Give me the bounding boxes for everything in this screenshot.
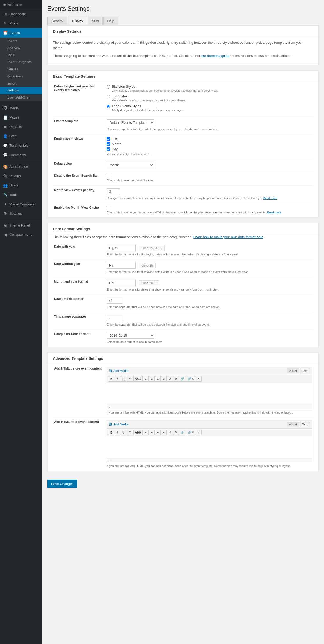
tab-text-before[interactable]: Text (300, 368, 310, 373)
radio-skeleton-input[interactable] (107, 85, 110, 89)
sidebar-item-tags[interactable]: Tags (0, 52, 42, 59)
date-with-year-input[interactable] (107, 245, 136, 251)
unlink-btn-after[interactable]: 🔗✕ (186, 430, 195, 435)
tab-help[interactable]: Help (103, 17, 118, 25)
tab-apis[interactable]: APIs (88, 17, 103, 25)
sidebar-item-visual-composer[interactable]: ✦ Visual Composer (0, 200, 42, 209)
italic-btn-after[interactable]: I (115, 430, 120, 435)
add-media-before-btn[interactable]: 🖼 Add Media (109, 369, 128, 373)
sidebar-item-plugins[interactable]: 🔌 Plugins (0, 171, 42, 181)
date-without-year-preview: June 25 (139, 263, 156, 268)
sidebar-item-comments[interactable]: 💬 Comments (0, 150, 42, 160)
sidebar-item-event-addons[interactable]: Event Add-Ons (0, 94, 42, 101)
blockquote-btn-before[interactable]: ❝❞ (127, 376, 133, 382)
events-template-row: Events template Default Events Template … (53, 117, 313, 134)
sidebar-item-import[interactable]: Import (0, 80, 42, 87)
tab-visual-before[interactable]: Visual (287, 368, 299, 373)
sidebar-brand[interactable]: ◉ WP Engine (0, 0, 42, 9)
underline-btn-after[interactable]: U (121, 430, 126, 435)
date-without-year-input[interactable] (107, 262, 136, 269)
align-left-btn-before[interactable]: ≡ (155, 376, 161, 382)
redo-btn-after[interactable]: ↻ (173, 430, 179, 435)
events-template-select[interactable]: Default Events Template (107, 119, 154, 126)
sidebar-item-event-categories[interactable]: Event Categories (0, 59, 42, 66)
fullscreen-btn-after[interactable]: ✕ (196, 430, 202, 435)
sidebar-item-events-list[interactable]: Events (0, 38, 42, 45)
strikethrough-btn-before[interactable]: ABC (133, 376, 143, 382)
add-media-after-btn[interactable]: 🖼 Add Media (109, 422, 128, 426)
align-right-btn-before[interactable]: ≡ (161, 376, 167, 382)
display-settings-section: Display Settings The settings below cont… (47, 25, 319, 65)
events-submenu: Events Add New Tags Event Categories Ven… (0, 38, 42, 101)
sidebar-divider-3 (0, 219, 42, 220)
sidebar-item-appearance[interactable]: 🎨 Appearance (0, 162, 42, 172)
sidebar-item-tools[interactable]: 🔧 Tools (0, 190, 42, 200)
date-format-link[interactable]: Learn how to make your own date format h… (193, 235, 263, 239)
strikethrough-btn-after[interactable]: ABC (133, 430, 143, 435)
align-right-btn-after[interactable]: ≡ (161, 430, 167, 435)
sidebar-item-dashboard[interactable]: ⊞ Dashboard (0, 9, 42, 19)
blockquote-btn-after[interactable]: ❝❞ (127, 430, 133, 435)
tab-general[interactable]: General (47, 17, 67, 25)
sidebar-item-venues[interactable]: Venues (0, 66, 42, 73)
media-icon: 🖼 (3, 106, 7, 111)
sidebar-item-settings[interactable]: Settings (0, 87, 42, 94)
time-range-input[interactable] (107, 315, 122, 321)
view-month-checkbox[interactable] (107, 142, 110, 146)
tab-display[interactable]: Display (68, 17, 87, 25)
month-year-input[interactable] (107, 280, 136, 286)
tab-visual-after[interactable]: Visual (287, 422, 299, 427)
sidebar-item-portfolio[interactable]: ◼ Portfolio (0, 122, 42, 132)
link-btn-after[interactable]: 🔗 (179, 430, 186, 435)
sidebar-item-settings-main[interactable]: ⚙ Settings (0, 209, 42, 218)
datetime-sep-input[interactable] (107, 297, 122, 304)
sidebar-item-theme-panel[interactable]: ◉ Theme Panel (0, 221, 42, 230)
sidebar-item-staff[interactable]: 👤 Staff (0, 132, 42, 141)
bold-btn-after[interactable]: B (109, 430, 114, 435)
date-format-table: Date with year June 25, 2016 Enter the f… (53, 242, 313, 347)
month-cache-link[interactable]: Read more (267, 211, 281, 214)
editor-content-after[interactable] (107, 436, 312, 458)
add-after-control: 🖼 Add Media Visual Text B I (106, 417, 313, 471)
italic-btn-before[interactable]: I (115, 376, 120, 382)
undo-btn-before[interactable]: ↺ (167, 376, 173, 382)
disable-search-checkbox[interactable] (107, 174, 110, 177)
date-with-year-label: Date with year (53, 242, 106, 259)
sidebar-item-pages[interactable]: 📄 Pages (0, 113, 42, 122)
sidebar-item-media[interactable]: 🖼 Media (0, 104, 42, 113)
redo-btn-before[interactable]: ↻ (173, 376, 179, 382)
sidebar-item-users[interactable]: 👥 Users (0, 181, 42, 190)
sidebar-item-add-new[interactable]: Add New (0, 45, 42, 52)
radio-tribe-input[interactable] (107, 105, 110, 108)
align-left-btn-after[interactable]: ≡ (155, 430, 161, 435)
sidebar-item-organizers[interactable]: Organizers (0, 73, 42, 80)
sidebar-item-testimonials[interactable]: 💬 Testimonials (0, 141, 42, 150)
basic-template-body: Default stylesheet used for events templ… (48, 82, 318, 217)
view-day-checkbox[interactable] (107, 147, 110, 151)
month-events-link[interactable]: Read more (263, 196, 277, 200)
datepicker-select[interactable]: 2016-01-15 (107, 332, 154, 339)
undo-btn-after[interactable]: ↺ (167, 430, 173, 435)
bold-btn-before[interactable]: B (109, 376, 114, 382)
radio-full-input[interactable] (107, 95, 110, 98)
link-btn-before[interactable]: 🔗 (179, 376, 186, 382)
unlink-btn-before[interactable]: 🔗✕ (186, 376, 195, 382)
ul-btn-before[interactable]: ≡ (143, 376, 149, 382)
tab-text-after[interactable]: Text (300, 422, 310, 427)
sidebar-item-events[interactable]: 📅 Events (0, 28, 42, 38)
default-view-select[interactable]: Month (107, 162, 154, 168)
view-list-checkbox[interactable] (107, 137, 110, 141)
month-cache-checkbox[interactable] (107, 206, 110, 209)
sidebar-item-posts[interactable]: ✎ Posts (0, 19, 42, 28)
ol-btn-before[interactable]: ≡ (149, 376, 155, 382)
underline-btn-before[interactable]: U (121, 376, 126, 382)
sidebar-item-collapse[interactable]: ◀ Collapse menu (0, 230, 42, 240)
themers-guide-link[interactable]: our themer's guide (201, 54, 229, 58)
editor-content-before[interactable] (107, 383, 312, 404)
users-icon: 👥 (3, 183, 7, 188)
month-events-input[interactable] (107, 188, 120, 195)
ol-btn-after[interactable]: ≡ (149, 430, 155, 435)
save-button[interactable]: Save Changes (47, 480, 77, 488)
fullscreen-btn-before[interactable]: ✕ (196, 376, 202, 382)
ul-btn-after[interactable]: ≡ (143, 430, 149, 435)
